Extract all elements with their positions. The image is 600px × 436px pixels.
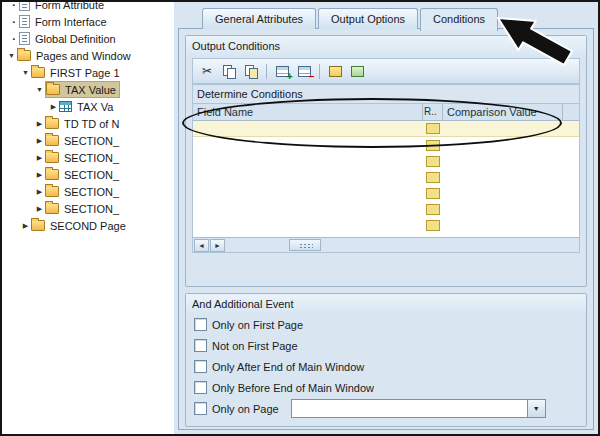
r-input[interactable] xyxy=(426,123,440,134)
tree-item-section-5[interactable]: ▶ SECTION_ xyxy=(2,200,172,217)
insert-line-icon[interactable]: + xyxy=(272,61,292,81)
comparison-value-cell[interactable] xyxy=(443,217,563,233)
tree-item-label: TAX Va xyxy=(76,101,113,113)
select-block-icon[interactable] xyxy=(325,61,345,81)
tree-item-form-interface[interactable]: · Form Interface xyxy=(2,13,172,30)
expand-icon[interactable]: ▶ xyxy=(34,166,45,183)
tree-item-section-4[interactable]: ▶ SECTION_ xyxy=(2,183,172,200)
expand-icon[interactable]: ▶ xyxy=(34,183,45,200)
table-row[interactable] xyxy=(193,137,579,153)
checkbox-icon[interactable] xyxy=(194,318,207,331)
scroll-right-icon[interactable]: ► xyxy=(210,239,225,252)
checkbox-row-not-on-first-page: Not on First Page xyxy=(186,335,586,356)
expand-icon[interactable]: ▶ xyxy=(34,115,45,132)
expand-icon[interactable]: ▶ xyxy=(34,132,45,149)
r-cell[interactable] xyxy=(423,137,443,153)
comparison-value-cell[interactable] xyxy=(443,185,563,201)
delete-line-icon[interactable]: − xyxy=(294,61,314,81)
horizontal-scrollbar[interactable]: ◄ ► xyxy=(193,237,579,252)
scrollbar-thumb[interactable] xyxy=(289,239,321,251)
tree-item-pages-and-windows[interactable]: ▼ Pages and Window xyxy=(2,47,172,64)
copy-icon[interactable] xyxy=(219,61,239,81)
page-select-value xyxy=(292,400,527,417)
bullet-icon: · xyxy=(10,33,18,45)
r-input[interactable] xyxy=(426,172,440,183)
checkbox-icon[interactable] xyxy=(194,339,207,352)
r-input[interactable] xyxy=(426,220,440,231)
table-row-selected[interactable] xyxy=(193,121,579,137)
tab-output-options[interactable]: Output Options xyxy=(318,8,418,29)
r-cell[interactable] xyxy=(423,217,443,233)
tree-item-section-1[interactable]: ▶ SECTION_ xyxy=(2,132,172,149)
tree-item-td-window[interactable]: ▶ TD TD of N xyxy=(2,115,172,132)
field-name-cell[interactable] xyxy=(193,153,423,169)
table-row[interactable] xyxy=(193,185,579,201)
r-cell[interactable] xyxy=(423,121,443,136)
comparison-value-cell[interactable] xyxy=(443,169,563,185)
dropdown-icon[interactable]: ▼ xyxy=(527,400,545,417)
r-input[interactable] xyxy=(426,156,440,167)
tree-item-tax-value[interactable]: ▼ TAX Value xyxy=(2,81,172,98)
determine-conditions-title: Determine Conditions xyxy=(193,85,579,103)
expand-icon[interactable]: ▶ xyxy=(34,200,45,217)
tree-item-global-definitions[interactable]: · Global Definition xyxy=(2,30,172,47)
column-comparison-value[interactable]: Comparison Value xyxy=(443,104,563,120)
r-input[interactable] xyxy=(426,204,440,215)
table-row[interactable] xyxy=(193,169,579,185)
conditions-toolbar: ✂ + − xyxy=(192,58,580,84)
r-input[interactable] xyxy=(426,188,440,199)
r-cell[interactable] xyxy=(423,185,443,201)
collapse-icon[interactable]: ▼ xyxy=(20,64,31,81)
page-select[interactable]: ▼ xyxy=(291,399,546,418)
field-list-icon[interactable] xyxy=(347,61,367,81)
tree-item-section-2[interactable]: ▶ SECTION_ xyxy=(2,149,172,166)
comparison-value-cell[interactable] xyxy=(443,201,563,217)
collapse-icon[interactable]: ▼ xyxy=(34,81,45,98)
table-row[interactable] xyxy=(193,153,579,169)
r-cell[interactable] xyxy=(423,153,443,169)
scroll-left-icon[interactable]: ◄ xyxy=(194,239,209,252)
field-name-cell[interactable] xyxy=(193,169,423,185)
tree-item-form-attributes[interactable]: · Form Attribute xyxy=(2,2,172,13)
collapse-icon[interactable]: ▼ xyxy=(6,47,17,64)
checkbox-icon[interactable] xyxy=(194,360,207,373)
r-input[interactable] xyxy=(426,140,440,151)
tree-item-section-3[interactable]: ▶ SECTION_ xyxy=(2,166,172,183)
tab-strip: General Attributes Output Options Condit… xyxy=(180,8,498,30)
field-name-cell[interactable] xyxy=(193,121,423,136)
tree-item-first-page[interactable]: ▼ FIRST Page 1 xyxy=(2,64,172,81)
checkbox-icon[interactable] xyxy=(194,402,207,415)
paste-icon[interactable] xyxy=(241,61,261,81)
table-row[interactable] xyxy=(193,217,579,233)
filler-cell xyxy=(563,185,579,201)
expand-icon[interactable]: ▶ xyxy=(20,217,31,234)
tree-item-label: SECTION_ xyxy=(63,135,119,147)
r-cell[interactable] xyxy=(423,201,443,217)
expand-icon[interactable]: ▶ xyxy=(48,98,59,115)
checkbox-icon[interactable] xyxy=(194,381,207,394)
tab-conditions[interactable]: Conditions xyxy=(420,8,498,31)
filler-cell xyxy=(563,137,579,153)
r-cell[interactable] xyxy=(423,169,443,185)
field-name-cell[interactable] xyxy=(193,217,423,233)
tab-general-attributes[interactable]: General Attributes xyxy=(202,8,316,29)
field-name-cell[interactable] xyxy=(193,185,423,201)
table-row[interactable] xyxy=(193,201,579,217)
tree-item-tax-value-table[interactable]: ▶ TAX Va xyxy=(2,98,172,115)
comparison-value-cell[interactable] xyxy=(443,153,563,169)
field-name-cell[interactable] xyxy=(193,201,423,217)
field-name-cell[interactable] xyxy=(193,137,423,153)
table-icon xyxy=(59,101,72,112)
expand-icon[interactable]: ▶ xyxy=(34,149,45,166)
folder-icon xyxy=(17,50,31,61)
folder-icon xyxy=(45,118,59,129)
tree-item-second-page[interactable]: ▶ SECOND Page xyxy=(2,217,172,234)
tree-item-label: TAX Value xyxy=(64,84,116,96)
column-r[interactable]: R.. xyxy=(423,104,443,120)
comparison-value-cell[interactable] xyxy=(443,137,563,153)
determine-conditions-box: Determine Conditions Field Name R.. Comp… xyxy=(192,84,580,253)
checkbox-row-only-before-end: Only Before End of Main Window xyxy=(186,377,586,398)
comparison-value-cell[interactable] xyxy=(443,121,563,136)
column-field-name[interactable]: Field Name xyxy=(193,104,423,120)
cut-icon[interactable]: ✂ xyxy=(197,61,217,81)
